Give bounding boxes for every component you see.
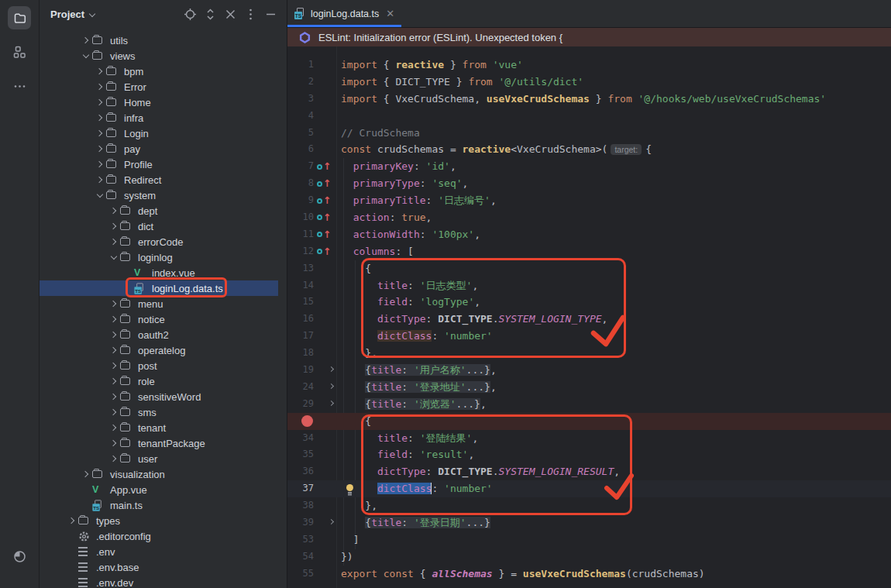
code-line-13[interactable]: 13 { (287, 260, 891, 277)
code-line-10[interactable]: 10↑ action: true, (287, 209, 891, 226)
more-tool-windows-icon[interactable] (8, 74, 31, 98)
tree-item-menu[interactable]: menu (40, 296, 287, 311)
fold-collapsed-icon[interactable] (314, 396, 336, 413)
code-line-38[interactable]: 38 }, (287, 497, 891, 514)
tree-item-bpm[interactable]: bpm (40, 64, 287, 79)
tree-item-loginLog.data.ts[interactable]: TSloginLog.data.ts (40, 280, 287, 296)
code-line-9[interactable]: 9↑ primaryTitle: '日志编号', (287, 192, 891, 209)
tree-item-errorCode[interactable]: errorCode (40, 234, 287, 249)
code-editor[interactable]: 1import { reactive } from 'vue'2import {… (287, 46, 891, 588)
code-line-39[interactable]: 39 {title: '登录日期'...} (287, 514, 891, 531)
chevron-right-icon[interactable] (80, 33, 92, 48)
tree-item-oauth2[interactable]: oauth2 (40, 327, 287, 342)
code-line-1[interactable]: 1import { reactive } from 'vue' (287, 57, 891, 74)
code-line-4[interactable]: 4 (287, 108, 891, 125)
code-line-55[interactable]: 55export const { allSchemas } = useVxeCr… (287, 566, 891, 583)
chevron-right-icon[interactable] (94, 141, 106, 156)
tree-item-sms[interactable]: sms (40, 404, 287, 420)
code-line-36[interactable]: 36 dictType: DICT_TYPE.SYSTEM_LOGIN_RESU… (287, 463, 891, 480)
tree-item-tenant[interactable]: tenant (40, 420, 287, 435)
chevron-right-icon[interactable] (108, 203, 120, 218)
tree-item-App.vue[interactable]: VApp.vue (40, 482, 287, 497)
code-line-3[interactable]: 3import { VxeCrudSchema, useVxeCrudSchem… (287, 91, 891, 108)
code-line-24[interactable]: 24 {title: '登录地址'...}, (287, 379, 891, 396)
project-folder-icon[interactable] (8, 6, 31, 29)
tree-item-Error[interactable]: Error (40, 79, 287, 95)
code-line-2[interactable]: 2import { DICT_TYPE } from '@/utils/dict… (287, 74, 891, 91)
chevron-right-icon[interactable] (108, 358, 120, 373)
fold-collapsed-icon[interactable] (314, 514, 336, 531)
fold-collapsed-icon[interactable] (314, 362, 336, 379)
code-line-11[interactable]: 11↑ actionWidth: '100px', (287, 226, 891, 243)
tree-item-utils[interactable]: utils (40, 33, 287, 48)
chevron-right-icon[interactable] (108, 420, 120, 435)
observable-property-icon[interactable]: ↑ (314, 158, 336, 175)
tree-item-main.ts[interactable]: TSmain.ts (40, 497, 287, 513)
tree-item-Home[interactable]: Home (40, 95, 287, 110)
chevron-down-icon[interactable] (94, 187, 106, 203)
tree-item-index.vue[interactable]: Vindex.vue (40, 265, 287, 280)
tree-item-Login[interactable]: Login (40, 126, 287, 141)
code-line-37[interactable]: 37 dictClass: 'number' (287, 480, 891, 497)
chevron-right-icon[interactable] (94, 172, 106, 187)
chevron-right-icon[interactable] (108, 389, 120, 404)
chevron-right-icon[interactable] (108, 296, 120, 311)
tree-item-dict[interactable]: dict (40, 218, 287, 234)
chevron-right-icon[interactable] (80, 466, 92, 482)
chevron-right-icon[interactable] (108, 373, 120, 389)
code-line-35[interactable]: 35 field: 'result', (287, 446, 891, 463)
code-line-breakpoint[interactable]: { (287, 413, 891, 430)
tree-item-role[interactable]: role (40, 373, 287, 389)
tree-item-user[interactable]: user (40, 451, 287, 466)
breakpoint-icon[interactable] (287, 413, 314, 430)
chevron-right-icon[interactable] (66, 513, 78, 528)
chevron-right-icon[interactable] (108, 451, 120, 466)
observable-property-icon[interactable]: ↑ (314, 209, 336, 226)
observable-property-icon[interactable]: ↑ (314, 226, 336, 243)
code-line-18[interactable]: 18 }, (287, 345, 891, 362)
observable-property-icon[interactable]: ↑ (314, 243, 336, 260)
chevron-right-icon[interactable] (108, 404, 120, 420)
code-line-16[interactable]: 16 dictType: DICT_TYPE.SYSTEM_LOGIN_TYPE… (287, 311, 891, 328)
tree-item-.env.base[interactable]: .env.base (40, 559, 287, 575)
tree-item-pay[interactable]: pay (40, 141, 287, 156)
tree-item-infra[interactable]: infra (40, 110, 287, 126)
tree-item-post[interactable]: post (40, 358, 287, 373)
code-line-53[interactable]: 53 ] (287, 531, 891, 548)
tree-item-types[interactable]: types (40, 513, 287, 528)
chevron-right-icon[interactable] (94, 156, 106, 172)
collapse-all-icon[interactable] (222, 5, 239, 22)
code-line-15[interactable]: 15 field: 'logType', (287, 294, 891, 311)
observable-property-icon[interactable]: ↑ (314, 175, 336, 192)
tree-item-system[interactable]: system (40, 187, 287, 203)
chevron-right-icon[interactable] (108, 218, 120, 234)
chevron-right-icon[interactable] (94, 110, 106, 126)
tree-item-views[interactable]: views (40, 48, 287, 64)
tree-item-.env[interactable]: .env (40, 544, 287, 559)
chevron-right-icon[interactable] (108, 327, 120, 342)
code-line-14[interactable]: 14 title: '日志类型', (287, 277, 891, 294)
project-panel-title[interactable]: Project (50, 9, 84, 20)
tree-item-.editorconfig[interactable]: .editorconfig (40, 528, 287, 544)
code-line-5[interactable]: 5// CrudSchema (287, 125, 891, 142)
profiler-clock-icon[interactable] (9, 545, 32, 568)
chevron-right-icon[interactable] (94, 126, 106, 141)
chevron-right-icon[interactable] (94, 64, 106, 79)
chevron-right-icon[interactable] (108, 311, 120, 327)
chevron-right-icon[interactable] (94, 95, 106, 110)
code-line-34[interactable]: 34 title: '登陆结果', (287, 430, 891, 447)
close-icon[interactable]: ✕ (386, 8, 394, 19)
expand-all-icon[interactable] (201, 5, 218, 22)
code-line-12[interactable]: 12↑ columns: [ (287, 243, 891, 260)
chevron-right-icon[interactable] (108, 435, 120, 451)
tree-item-operatelog[interactable]: operatelog (40, 342, 287, 358)
tree-item-Profile[interactable]: Profile (40, 156, 287, 172)
code-line-6[interactable]: 6const crudSchemas = reactive<VxeCrudSch… (287, 141, 891, 158)
code-line-29[interactable]: 29 {title: '浏览器'...}, (287, 396, 891, 413)
tree-item-tenantPackage[interactable]: tenantPackage (40, 435, 287, 451)
structure-icon[interactable] (8, 40, 31, 64)
code-line-19[interactable]: 19 {title: '用户名称'...}, (287, 362, 891, 379)
code-line-17[interactable]: 17 dictClass: 'number' (287, 328, 891, 345)
tree-item-.env.dev[interactable]: .env.dev (40, 575, 287, 588)
code-line-8[interactable]: 8↑ primaryType: 'seq', (287, 175, 891, 192)
